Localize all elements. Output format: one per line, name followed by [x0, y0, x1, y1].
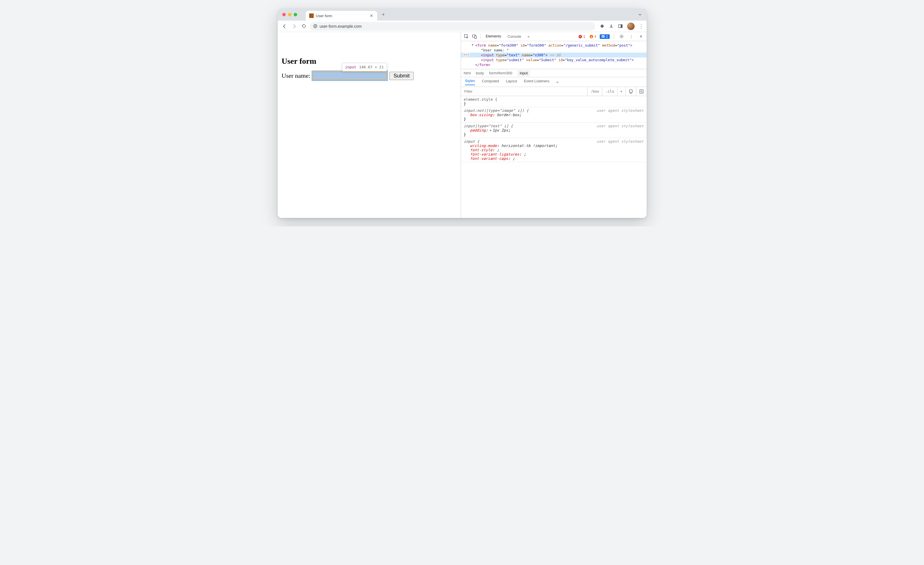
new-style-rule-button[interactable]: +	[617, 87, 626, 96]
svg-rect-6	[602, 35, 604, 37]
new-tab-button[interactable]: +	[380, 10, 387, 19]
breadcrumb-html[interactable]: html	[464, 71, 471, 75]
svg-rect-10	[630, 90, 632, 93]
styles-filter-row: :hov .cls +	[461, 87, 646, 96]
inspect-tooltip: input 146.67 × 21	[342, 63, 387, 71]
breadcrumb-form[interactable]: form#form300	[489, 71, 512, 75]
profile-avatar[interactable]	[627, 22, 634, 30]
forward-button[interactable]	[290, 22, 298, 30]
warning-count-badge[interactable]: ▲4	[588, 34, 597, 39]
browser-menu-button[interactable]: ⋮	[639, 23, 644, 30]
side-panel-icon[interactable]	[618, 24, 623, 29]
device-styles-icon[interactable]	[626, 87, 636, 96]
reload-button[interactable]	[300, 22, 308, 30]
tab-strip: User form ✕ +	[278, 9, 646, 21]
tooltip-dimensions: 146.67 × 21	[359, 65, 384, 69]
tabs-overflow-button[interactable]: »	[525, 32, 532, 41]
tab-title: User form	[316, 14, 367, 18]
settings-icon[interactable]	[618, 33, 626, 40]
close-window-button[interactable]	[282, 13, 286, 16]
svg-rect-12	[640, 90, 643, 93]
username-label: User name:	[282, 72, 310, 79]
svg-rect-7	[602, 36, 604, 36]
dom-node-form-open[interactable]: ▼ <form name="form300" id="form300" acti…	[461, 43, 646, 48]
close-devtools-button[interactable]: ✕	[638, 33, 645, 40]
cls-toggle[interactable]: .cls	[602, 87, 617, 96]
browser-toolbar: user-form.example.com ⋮	[278, 21, 646, 32]
dom-node-input-text[interactable]: ••• <input type="text" name="n300"> == $…	[461, 52, 646, 57]
svg-rect-2	[621, 25, 622, 28]
separator	[480, 34, 481, 39]
tab-styles[interactable]: Styles	[465, 79, 475, 85]
devtools-panel: Elements Console » ✕1 ▲4 2 ⋮ ✕	[461, 32, 646, 218]
rendered-page: User form User name: Submit input 146.67…	[278, 32, 461, 218]
svg-rect-11	[630, 93, 632, 93]
back-button[interactable]	[280, 22, 288, 30]
window-controls	[280, 9, 300, 21]
rule-input-text[interactable]: user agent stylesheet input[type="text" …	[461, 123, 646, 138]
breadcrumb-input[interactable]: input	[518, 70, 530, 76]
tab-layout[interactable]: Layout	[506, 79, 517, 85]
hov-toggle[interactable]: :hov	[587, 87, 602, 96]
tooltip-tag: input	[345, 65, 356, 69]
address-bar[interactable]: user-form.example.com	[310, 22, 595, 31]
close-tab-button[interactable]: ✕	[369, 13, 374, 18]
css-rules-list: element.style { } user agent stylesheet …	[461, 96, 646, 162]
rule-input-not-image[interactable]: user agent stylesheet input:not([type="i…	[461, 107, 646, 123]
tab-elements[interactable]: Elements	[483, 32, 504, 41]
svg-rect-8	[602, 36, 603, 37]
dom-tree[interactable]: ▼ <form name="form300" id="form300" acti…	[461, 41, 646, 69]
svg-point-9	[621, 36, 622, 37]
tabs-menu-button[interactable]	[633, 13, 646, 16]
user-form: User name: Submit	[282, 72, 457, 80]
submit-button[interactable]: Submit	[389, 72, 414, 80]
tab-event-listeners[interactable]: Event Listeners	[524, 79, 550, 85]
styles-filter-input[interactable]	[461, 87, 588, 96]
rule-input[interactable]: user agent stylesheet input { writing-mo…	[461, 138, 646, 162]
minimize-window-button[interactable]	[288, 13, 291, 16]
ellipsis-icon[interactable]: •••	[463, 53, 470, 57]
browser-tab[interactable]: User form ✕	[306, 11, 377, 21]
maximize-window-button[interactable]	[294, 13, 297, 16]
content-area: User form User name: Submit input 146.67…	[278, 32, 646, 218]
extensions-icon[interactable]	[600, 24, 605, 29]
favicon-icon	[309, 13, 314, 18]
styles-tabs: Styles Computed Layout Event Listeners »	[461, 77, 646, 87]
toolbar-right: ⋮	[597, 22, 644, 30]
device-toolbar-icon[interactable]	[471, 33, 478, 40]
computed-toggle-icon[interactable]	[636, 87, 646, 96]
dom-breadcrumb: html body form#form300 input	[461, 69, 646, 77]
styles-tabs-overflow[interactable]: »	[556, 80, 558, 84]
tab-computed[interactable]: Computed	[482, 79, 499, 85]
issues-count-badge[interactable]: 2	[600, 34, 610, 39]
dom-node-text[interactable]: "User name: "	[461, 48, 646, 52]
error-count-badge[interactable]: ✕1	[578, 34, 586, 39]
site-info-icon[interactable]	[313, 24, 317, 28]
browser-window: User form ✕ + user-form.example.com	[278, 9, 646, 218]
username-input[interactable]	[313, 72, 387, 80]
svg-rect-5	[475, 36, 477, 39]
url-text: user-form.example.com	[320, 24, 362, 28]
dom-node-input-submit[interactable]: <input type="submit" value="Submit" id="…	[461, 57, 646, 62]
tab-console[interactable]: Console	[505, 32, 524, 41]
devtools-menu-button[interactable]: ⋮	[628, 33, 635, 40]
devtools-toolbar: Elements Console » ✕1 ▲4 2 ⋮ ✕	[461, 32, 646, 41]
dom-node-form-close[interactable]: </form>	[461, 62, 646, 67]
rule-element-style[interactable]: element.style { }	[461, 96, 646, 107]
breadcrumb-body[interactable]: body	[476, 71, 484, 75]
inspect-element-icon[interactable]	[463, 33, 470, 40]
downloads-icon[interactable]	[609, 24, 614, 29]
